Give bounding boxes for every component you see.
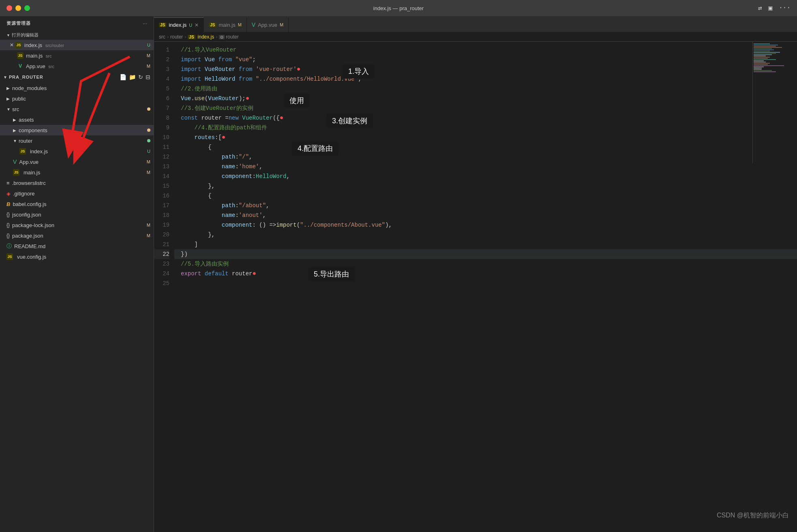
open-file-index-js[interactable]: ✕ JS index.js src/router U bbox=[0, 40, 154, 50]
code-text: :[ bbox=[215, 133, 222, 142]
js-icon: JS bbox=[19, 148, 26, 154]
code-text: , bbox=[259, 162, 262, 172]
list-icon: ≡ bbox=[6, 180, 10, 186]
vue-icon: V bbox=[252, 21, 255, 28]
tree-badge-m: M bbox=[147, 159, 150, 164]
tree-item-components[interactable]: ▶ components bbox=[0, 125, 154, 135]
tab-close-icon[interactable]: ✕ bbox=[195, 22, 199, 28]
project-header[interactable]: ▼ PRA_ROUTER 📄 📁 ↻ ⊟ bbox=[0, 71, 154, 83]
new-file-icon[interactable]: 📄 bbox=[120, 74, 126, 80]
tree-item-gitignore[interactable]: ◈ .gitignore bbox=[0, 188, 154, 199]
code-line-6: Vue . use ( VueRouter ); ● bbox=[174, 94, 797, 103]
close-button[interactable] bbox=[6, 5, 12, 11]
tree-item-main-js[interactable]: JS main.js M bbox=[0, 167, 154, 178]
code-text bbox=[181, 162, 222, 172]
more-icon[interactable]: ··· bbox=[779, 4, 791, 12]
code-text: path bbox=[222, 152, 236, 162]
open-file-app-vue[interactable]: V App.vue src M bbox=[0, 61, 154, 71]
code-text: from bbox=[239, 64, 253, 74]
minimize-button[interactable] bbox=[15, 5, 21, 11]
tree-item-browserslistrc[interactable]: ≡ .browserslistrc bbox=[0, 178, 154, 188]
breadcrumb-router[interactable]: router bbox=[170, 34, 183, 40]
window-controls[interactable] bbox=[6, 5, 30, 11]
code-text: import bbox=[181, 55, 201, 64]
tab-label: App.vue bbox=[258, 22, 277, 28]
remote-icon[interactable]: ⇄ bbox=[758, 4, 762, 12]
tree-item-readme[interactable]: ⓘ README.md bbox=[0, 241, 154, 251]
tree-label: README.md bbox=[14, 243, 45, 249]
code-text: "../components/HelloWorld.vue" bbox=[252, 74, 358, 84]
tree-item-index-js[interactable]: JS index.js U bbox=[0, 146, 154, 157]
tree-item-babel-config[interactable]: B babel.config.js bbox=[0, 199, 154, 209]
js-icon: JS bbox=[209, 23, 216, 27]
git-icon: ◈ bbox=[6, 191, 11, 197]
tab-label: main.js bbox=[219, 22, 236, 28]
json-icon: {} bbox=[6, 233, 10, 238]
tab-badge: U bbox=[189, 23, 192, 28]
tree-label: .gitignore bbox=[13, 191, 34, 197]
tab-bar: JS index.js U ✕ JS main.js M V App.vue M bbox=[154, 16, 797, 32]
code-text bbox=[181, 201, 222, 210]
file-name: main.js src bbox=[26, 53, 144, 59]
chevron-icon: ▼ bbox=[3, 75, 7, 79]
code-line-18: name : 'anout' , bbox=[174, 210, 797, 220]
tab-main-js[interactable]: JS main.js M bbox=[204, 17, 247, 32]
babel-icon: B bbox=[6, 201, 10, 207]
code-line-25 bbox=[174, 279, 797, 288]
tree-item-app-vue[interactable]: V App.vue M bbox=[0, 157, 154, 167]
code-text: component bbox=[222, 220, 253, 230]
file-name: index.js src/router bbox=[24, 42, 144, 48]
tree-item-assets[interactable]: ▶ assets bbox=[0, 114, 154, 125]
code-text: import bbox=[181, 74, 201, 84]
breadcrumb-src[interactable]: src bbox=[159, 34, 165, 40]
code-text: "/about" bbox=[239, 201, 266, 210]
new-badge bbox=[147, 139, 150, 142]
code-text: const bbox=[181, 113, 198, 123]
tree-item-package-json[interactable]: {} package.json M bbox=[0, 230, 154, 241]
code-line-1: //1.导入VueRouter bbox=[174, 45, 797, 55]
new-folder-icon[interactable]: 📁 bbox=[129, 74, 136, 80]
tab-app-vue[interactable]: V App.vue M bbox=[247, 17, 289, 32]
tree-item-vue-config[interactable]: JS vue.config.js bbox=[0, 251, 154, 262]
code-text: //2.使用路由 bbox=[181, 84, 217, 94]
close-icon[interactable]: ✕ bbox=[10, 42, 14, 48]
tree-label: jsconfig.json bbox=[12, 212, 41, 218]
tree-item-package-lock[interactable]: {} package-lock.json M bbox=[0, 220, 154, 230]
open-editors-section[interactable]: ▼ 打开的编辑器 bbox=[0, 30, 154, 40]
code-text: , bbox=[286, 172, 289, 181]
titlebar-icons: ⇄ ▣ ··· bbox=[758, 4, 791, 12]
breadcrumb-symbol-router[interactable]: ⊙ router bbox=[219, 34, 238, 40]
layout-icon[interactable]: ▣ bbox=[769, 4, 773, 12]
tree-item-src[interactable]: ▼ src bbox=[0, 104, 154, 114]
more-options-icon[interactable]: ··· bbox=[143, 21, 147, 26]
code-text: path bbox=[222, 201, 236, 210]
code-text bbox=[181, 220, 222, 230]
tree-label: babel.config.js bbox=[13, 201, 46, 207]
tree-item-node-modules[interactable]: ▶ node_modules bbox=[0, 83, 154, 93]
code-text: }, bbox=[181, 230, 215, 240]
code-editor[interactable]: 1 2 3 4 5 6 7 8 9 10 11 12 13 14 15 16 1… bbox=[154, 42, 797, 532]
maximize-button[interactable] bbox=[24, 5, 30, 11]
tab-index-js[interactable]: JS index.js U ✕ bbox=[154, 17, 204, 32]
project-name: PRA_ROUTER bbox=[9, 75, 43, 79]
code-content[interactable]: //1.导入VueRouter import Vue from "vue" ; … bbox=[174, 42, 797, 532]
tree-item-jsconfig[interactable]: {} jsconfig.json bbox=[0, 209, 154, 220]
js-file-icon: JS bbox=[17, 52, 24, 59]
tree-label: src bbox=[12, 106, 19, 112]
code-text: HelloWord bbox=[201, 74, 238, 84]
code-line-7: //3.创建VueRouter的实例 bbox=[174, 103, 797, 113]
tree-item-public[interactable]: ▶ public bbox=[0, 93, 154, 104]
chevron-down-icon: ▼ bbox=[6, 33, 10, 37]
chevron-down-icon: ▼ bbox=[13, 139, 17, 143]
code-text: "../components/About.vue" bbox=[300, 220, 385, 230]
json-icon: {} bbox=[6, 212, 10, 217]
code-text: VueRouter bbox=[239, 113, 273, 123]
tree-item-router[interactable]: ▼ router bbox=[0, 135, 154, 146]
code-line-13: name : 'home' , bbox=[174, 162, 797, 172]
breadcrumb-index-js[interactable]: index.js bbox=[198, 34, 214, 40]
collapse-icon[interactable]: ⊟ bbox=[146, 74, 150, 80]
open-file-main-js[interactable]: JS main.js src M bbox=[0, 50, 154, 61]
code-text: import bbox=[181, 64, 201, 74]
minimap-content bbox=[753, 42, 797, 74]
refresh-icon[interactable]: ↻ bbox=[138, 74, 143, 80]
